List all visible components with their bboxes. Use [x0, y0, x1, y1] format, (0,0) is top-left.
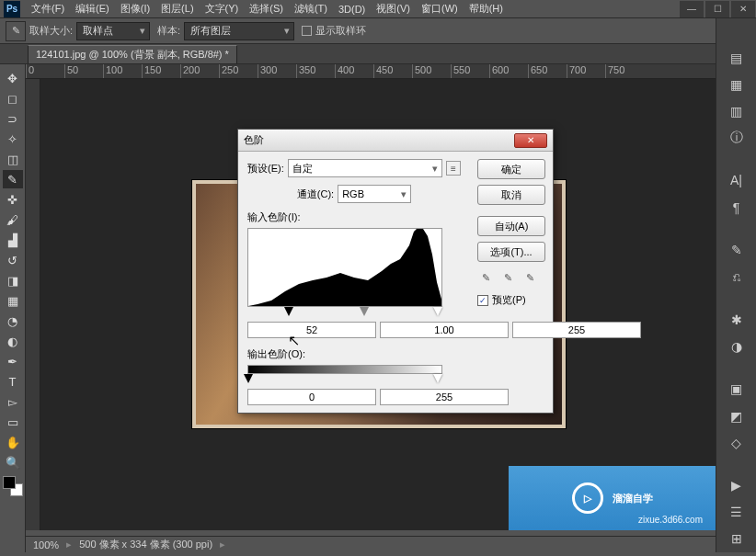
eyedropper-tool[interactable]: ✎	[3, 170, 23, 188]
wand-tool[interactable]: ✧	[3, 130, 23, 148]
channel-dropdown[interactable]: RGB	[338, 185, 411, 203]
zoom-level[interactable]: 100%	[33, 539, 59, 550]
minimize-button[interactable]: —	[680, 1, 704, 17]
document-tabs: 124101.jpg @ 100% (背景 副本, RGB/8#) *	[0, 44, 756, 64]
dialog-title: 色阶	[244, 133, 264, 147]
dialog-titlebar[interactable]: 色阶 ✕	[238, 130, 553, 152]
shape-tool[interactable]: ▭	[3, 413, 23, 431]
document-tab[interactable]: 124101.jpg @ 100% (背景 副本, RGB/8#) *	[28, 45, 237, 63]
preset-label: 预设(E):	[247, 162, 284, 176]
options-bar: ✎ 取样大小: 取样点 样本: 所有图层 显示取样环	[0, 18, 756, 44]
marquee-tool[interactable]: ◻	[3, 89, 23, 108]
gray-eyedropper-icon[interactable]: ✎	[499, 269, 516, 286]
preset-dropdown[interactable]: 自定	[288, 159, 442, 177]
tool-preset-icon[interactable]: ✎	[6, 21, 26, 41]
lasso-tool[interactable]: ⊃	[3, 109, 23, 128]
ok-button[interactable]: 确定	[477, 159, 545, 179]
pen-tool[interactable]: ✒	[3, 352, 23, 370]
vertical-ruler	[26, 79, 40, 530]
app-logo: Ps	[4, 1, 20, 17]
sample-dropdown[interactable]: 所有图层	[184, 22, 294, 40]
heal-tool[interactable]: ✜	[3, 190, 23, 209]
output-levels-label: 输出色阶(O):	[247, 347, 461, 361]
actions-panel-icon[interactable]: ▶	[724, 475, 750, 496]
input-black-field[interactable]	[247, 322, 376, 338]
info-panel-icon[interactable]: ⓘ	[724, 127, 750, 148]
output-black-field[interactable]	[247, 389, 376, 405]
menu-edit[interactable]: 编辑(E)	[75, 2, 109, 16]
paragraph-panel-icon[interactable]: ¶	[724, 197, 750, 218]
menu-file[interactable]: 文件(F)	[31, 2, 64, 16]
input-sliders[interactable]	[247, 307, 442, 320]
eyedropper-row: ✎ ✎ ✎	[477, 269, 545, 286]
output-sliders[interactable]	[247, 374, 442, 387]
type-tool[interactable]: T	[3, 372, 23, 391]
adjustments-panel-icon[interactable]: ✱	[724, 309, 750, 330]
white-point-slider[interactable]	[433, 307, 442, 316]
menu-window[interactable]: 窗口(W)	[421, 2, 458, 16]
brush-tool[interactable]: 🖌	[3, 210, 23, 229]
character-panel-icon[interactable]: A|	[724, 170, 750, 191]
white-eyedropper-icon[interactable]: ✎	[521, 269, 538, 286]
menu-bar: Ps 文件(F) 编辑(E) 图像(I) 图层(L) 文字(Y) 选择(S) 滤…	[0, 0, 756, 18]
history-brush-tool[interactable]: ↺	[3, 251, 23, 269]
menu-type[interactable]: 文字(Y)	[205, 2, 239, 16]
hand-tool[interactable]: ✋	[3, 433, 23, 451]
auto-button[interactable]: 自动(A)	[477, 216, 545, 236]
histogram	[247, 228, 442, 307]
zoom-tool[interactable]: 🔍	[3, 453, 23, 471]
horizontal-ruler: 050100150 200250300350 400450500550 6006…	[26, 64, 716, 79]
status-bar: 100% ▸ 500 像素 x 334 像素 (300 ppi) ▸	[26, 536, 716, 552]
maximize-button[interactable]: ☐	[705, 1, 729, 17]
color-swatches[interactable]	[3, 476, 23, 496]
gradient-tool[interactable]: ▦	[3, 291, 23, 310]
swatches-panel-icon[interactable]: ▥	[724, 100, 750, 121]
preview-checkbox[interactable]: ✓	[477, 295, 488, 306]
preview-label: 预览(P)	[492, 293, 526, 307]
watermark: ▷ 溜溜自学 zixue.3d66.com	[509, 466, 716, 530]
styles-panel-icon[interactable]: ◑	[724, 335, 750, 357]
brush-settings-icon[interactable]: ⎌	[724, 267, 750, 288]
black-point-slider[interactable]	[284, 307, 293, 316]
output-black-slider[interactable]	[244, 374, 253, 383]
dialog-close-button[interactable]: ✕	[514, 133, 547, 148]
navigator-panel-icon[interactable]: ⊞	[724, 528, 750, 550]
options-button[interactable]: 选项(T)...	[477, 242, 545, 262]
menu-help[interactable]: 帮助(H)	[469, 2, 503, 16]
menu-select[interactable]: 选择(S)	[249, 2, 283, 16]
preset-menu-icon[interactable]: ≡	[446, 161, 461, 176]
brushes-panel-icon[interactable]: ✎	[724, 240, 750, 261]
close-window-button[interactable]: ✕	[731, 1, 755, 17]
sample-size-dropdown[interactable]: 取样点	[76, 22, 150, 40]
channel-label: 通道(C):	[297, 187, 334, 201]
move-tool[interactable]: ✥	[3, 69, 23, 87]
watermark-brand: 溜溜自学	[613, 492, 653, 505]
menu-filter[interactable]: 滤镜(T)	[294, 2, 327, 16]
show-ring-label: 显示取样环	[315, 24, 366, 38]
show-ring-checkbox[interactable]	[302, 26, 312, 36]
dodge-tool[interactable]: ◐	[3, 332, 23, 350]
paths-panel-icon[interactable]: ◇	[724, 432, 750, 453]
color-panel-icon[interactable]: ▦	[724, 74, 750, 95]
crop-tool[interactable]: ◫	[3, 150, 23, 168]
channels-panel-icon[interactable]: ◩	[724, 405, 750, 426]
input-levels-label: 输入色阶(I):	[247, 210, 461, 224]
output-white-slider[interactable]	[433, 374, 442, 383]
blur-tool[interactable]: ◔	[3, 312, 23, 330]
history-panel-icon[interactable]: ▤	[724, 47, 750, 68]
black-eyedropper-icon[interactable]: ✎	[477, 269, 494, 286]
path-tool[interactable]: ▻	[3, 392, 23, 411]
properties-panel-icon[interactable]: ☰	[724, 502, 750, 523]
cancel-button[interactable]: 取消	[477, 185, 545, 205]
menu-view[interactable]: 视图(V)	[376, 2, 410, 16]
menu-layer[interactable]: 图层(L)	[161, 2, 193, 16]
eraser-tool[interactable]: ◨	[3, 271, 23, 289]
doc-size[interactable]: 500 像素 x 334 像素 (300 ppi)	[79, 538, 212, 551]
menu-3d[interactable]: 3D(D)	[338, 4, 365, 15]
menu-image[interactable]: 图像(I)	[120, 2, 150, 16]
gamma-slider[interactable]	[360, 307, 369, 316]
layers-panel-icon[interactable]: ▣	[724, 379, 750, 400]
foreground-color[interactable]	[3, 476, 16, 489]
levels-dialog: 色阶 ✕ 预设(E): 自定 ≡ 通道(C): RGB 输入色阶(I):	[237, 129, 554, 414]
stamp-tool[interactable]: ▟	[3, 231, 23, 249]
